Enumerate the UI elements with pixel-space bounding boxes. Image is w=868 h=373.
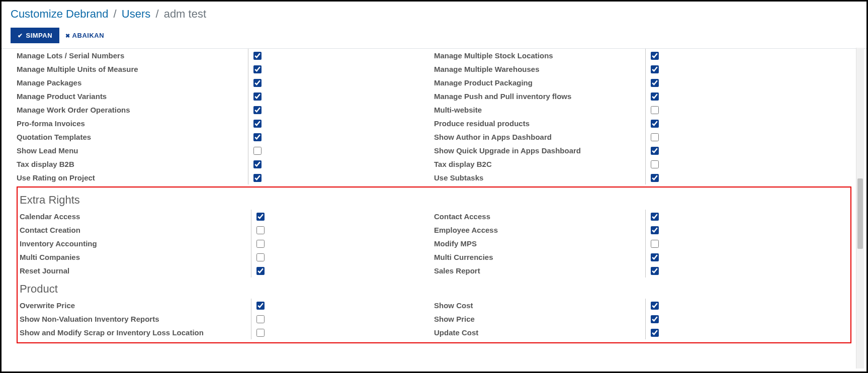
field-row: Manage Product Variants — [17, 89, 434, 103]
permission-checkbox[interactable] — [651, 240, 659, 248]
section-title-product: Product — [20, 283, 848, 296]
permission-checkbox[interactable] — [651, 79, 659, 87]
discard-button[interactable]: ABAIKAN — [65, 32, 104, 39]
field-control — [645, 312, 659, 326]
field-label: Show Quick Upgrade in Apps Dashboard — [434, 146, 645, 155]
breadcrumb-sep: / — [114, 8, 117, 20]
field-control — [645, 157, 659, 171]
field-row: Calendar Access — [20, 210, 434, 223]
permission-checkbox[interactable] — [256, 302, 265, 310]
field-label: Show Non-Valuation Inventory Reports — [20, 315, 251, 323]
field-row: Tax display B2C — [434, 157, 851, 171]
field-row: Quotation Templates — [17, 130, 434, 144]
field-row: Show Non-Valuation Inventory Reports — [20, 312, 434, 326]
permission-checkbox[interactable] — [256, 226, 265, 234]
permission-checkbox[interactable] — [651, 253, 659, 261]
section-extra-rights-left: Calendar AccessContact CreationInventory… — [20, 210, 434, 277]
field-label: Manage Multiple Units of Measure — [17, 65, 248, 73]
field-label: Manage Multiple Warehouses — [434, 65, 645, 73]
breadcrumb-root-link[interactable]: Customize Debrand — [11, 8, 108, 20]
permission-checkbox[interactable] — [651, 267, 659, 275]
permission-checkbox[interactable] — [651, 92, 659, 101]
permission-checkbox[interactable] — [651, 226, 659, 234]
field-row: Manage Lots / Serial Numbers — [17, 49, 434, 62]
section-top-left: Manage Lots / Serial NumbersManage Multi… — [17, 49, 434, 184]
vertical-scrollbar[interactable] — [856, 48, 864, 368]
field-control — [248, 49, 262, 62]
discard-button-label: ABAIKAN — [72, 32, 104, 39]
field-control — [248, 144, 262, 157]
field-row: Use Subtasks — [434, 171, 851, 184]
permission-checkbox[interactable] — [256, 315, 265, 323]
permission-checkbox[interactable] — [256, 329, 265, 337]
permission-checkbox[interactable] — [256, 253, 265, 261]
permission-checkbox[interactable] — [651, 174, 659, 182]
breadcrumb-current: adm test — [164, 8, 206, 20]
permission-checkbox[interactable] — [651, 315, 659, 323]
field-control — [248, 76, 262, 89]
field-row: Pro-forma Invoices — [17, 117, 434, 130]
field-row: Sales Report — [434, 264, 848, 277]
permission-checkbox[interactable] — [651, 302, 659, 310]
field-row: Multi Currencies — [434, 250, 848, 264]
permission-checkbox[interactable] — [253, 120, 262, 128]
permission-checkbox[interactable] — [253, 160, 262, 168]
permission-checkbox[interactable] — [253, 92, 262, 101]
field-label: Multi Companies — [20, 253, 251, 261]
field-row: Manage Product Packaging — [434, 76, 851, 89]
permission-checkbox[interactable] — [651, 329, 659, 337]
window-frame: Customize Debrand / Users / adm test SIM… — [0, 0, 868, 373]
field-control — [645, 130, 659, 144]
field-label: Show Lead Menu — [17, 146, 248, 155]
field-label: Manage Multiple Stock Locations — [434, 51, 645, 60]
field-row: Show Price — [434, 312, 848, 326]
permission-checkbox[interactable] — [253, 106, 262, 114]
permission-checkbox[interactable] — [651, 52, 659, 60]
field-control — [248, 62, 262, 76]
field-control — [251, 299, 265, 312]
field-control — [251, 326, 265, 339]
section-product-left: Overwrite PriceShow Non-Valuation Invent… — [20, 299, 434, 339]
field-label: Manage Work Order Operations — [17, 106, 248, 114]
permission-checkbox[interactable] — [253, 52, 262, 60]
permission-checkbox[interactable] — [651, 106, 659, 114]
field-row: Overwrite Price — [20, 299, 434, 312]
permission-checkbox[interactable] — [651, 213, 659, 221]
save-button-label: SIMPAN — [26, 32, 53, 39]
permission-checkbox[interactable] — [256, 240, 265, 248]
field-label: Employee Access — [434, 226, 645, 234]
field-row: Tax display B2B — [17, 157, 434, 171]
breadcrumb-parent-link[interactable]: Users — [122, 8, 150, 20]
permission-checkbox[interactable] — [256, 267, 265, 275]
permission-checkbox[interactable] — [651, 160, 659, 168]
save-button[interactable]: SIMPAN — [11, 28, 59, 43]
permission-checkbox[interactable] — [651, 65, 659, 73]
field-row: Update Cost — [434, 326, 848, 339]
permission-checkbox[interactable] — [651, 133, 659, 141]
field-row: Multi-website — [434, 103, 851, 117]
field-row: Manage Multiple Warehouses — [434, 62, 851, 76]
field-row: Use Rating on Project — [17, 171, 434, 184]
permission-checkbox[interactable] — [651, 120, 659, 128]
field-label: Tax display B2C — [434, 160, 645, 168]
field-row: Show Author in Apps Dashboard — [434, 130, 851, 144]
field-control — [645, 117, 659, 130]
section-product: Overwrite PriceShow Non-Valuation Invent… — [20, 299, 848, 339]
field-label: Reset Journal — [20, 266, 251, 275]
field-label: Contact Creation — [20, 226, 251, 234]
scrollbar-thumb[interactable] — [857, 178, 863, 249]
field-label: Quotation Templates — [17, 133, 248, 141]
field-label: Use Subtasks — [434, 173, 645, 182]
field-label: Inventory Accounting — [20, 239, 251, 248]
field-row: Modify MPS — [434, 237, 848, 250]
permission-checkbox[interactable] — [253, 79, 262, 87]
permission-checkbox[interactable] — [256, 213, 265, 221]
field-control — [645, 237, 659, 250]
form-sheet: Manage Lots / Serial NumbersManage Multi… — [7, 49, 861, 343]
permission-checkbox[interactable] — [253, 147, 262, 155]
permission-checkbox[interactable] — [253, 133, 262, 141]
permission-checkbox[interactable] — [253, 65, 262, 73]
permission-checkbox[interactable] — [651, 147, 659, 155]
field-control — [645, 299, 659, 312]
permission-checkbox[interactable] — [253, 174, 262, 182]
